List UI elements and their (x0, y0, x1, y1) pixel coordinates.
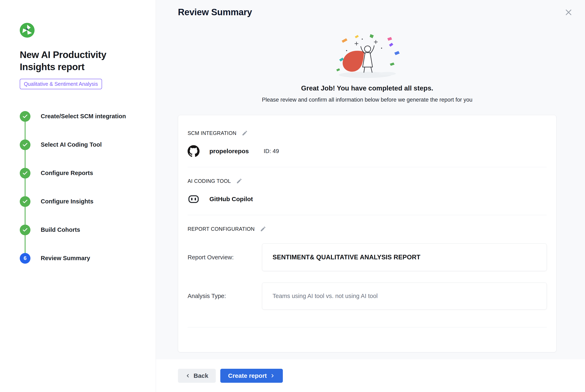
report-config-heading: REPORT CONFIGURATION (188, 226, 255, 232)
report-overview-row: Report Overview: SENTIMENT& QUALITATIVE … (188, 244, 547, 271)
congrats-heading: Great Job! You have completed all steps. (178, 84, 556, 92)
check-icon (22, 114, 28, 119)
report-title: New AI Productivity Insights report (20, 49, 131, 73)
create-report-label: Create report (228, 372, 267, 379)
step-connector (25, 178, 26, 196)
close-icon[interactable] (564, 8, 573, 16)
step-number-circle: 6 (20, 253, 30, 264)
check-icon (22, 142, 28, 148)
step-review-summary[interactable]: 6 Review Summary (20, 253, 143, 264)
step-label: Configure Insights (41, 196, 94, 207)
section-divider (188, 167, 547, 167)
scm-heading: SCM INTEGRATION (188, 130, 236, 136)
congrats-subheading: Please review and confirm all informatio… (178, 97, 556, 103)
analysis-type-row: Analysis Type: Teams using AI tool vs. n… (188, 282, 547, 310)
analysis-type-label: Analysis Type: (188, 293, 262, 300)
step-label: Review Summary (41, 253, 90, 264)
celebration-illustration (322, 33, 412, 80)
report-overview-box: SENTIMENT& QUALITATIVE ANALYSIS REPORT (262, 244, 547, 271)
summary-card: SCM INTEGRATION propelorepos ID: 49 (178, 115, 556, 352)
step-label: Create/Select SCM integration (41, 111, 126, 122)
analysis-type-value: Teams using AI tool vs. not using AI too… (272, 293, 378, 299)
propelo-logo-icon (20, 23, 34, 38)
chevron-left-icon (185, 373, 191, 378)
github-icon (188, 145, 200, 157)
report-overview-label: Report Overview: (188, 254, 262, 261)
step-connector (25, 235, 26, 253)
step-check-circle (20, 168, 30, 178)
scm-name: propelorepos (210, 148, 249, 155)
step-label: Configure Reports (41, 168, 93, 178)
section-divider (188, 327, 547, 328)
page-title: Review Summary (178, 7, 252, 17)
step-connector (25, 207, 26, 224)
check-icon (22, 199, 28, 204)
copilot-icon (188, 193, 200, 205)
section-divider (188, 215, 547, 215)
create-report-button[interactable]: Create report (220, 369, 283, 383)
scm-id: ID: 49 (264, 148, 279, 154)
edit-ai-tool-icon[interactable] (236, 178, 242, 184)
step-ai-coding-tool[interactable]: Select AI Coding Tool (20, 140, 143, 168)
wizard-footer: Back Create report (156, 359, 585, 392)
step-label: Select AI Coding Tool (41, 140, 102, 150)
step-scm-integration[interactable]: Create/Select SCM integration (20, 111, 143, 140)
step-number: 6 (24, 255, 26, 262)
check-icon (22, 227, 28, 233)
report-config-section: REPORT CONFIGURATION Report Overview: SE… (188, 226, 547, 328)
ai-tool-section: AI CODING TOOL GitHub Copilot (188, 178, 547, 215)
congrats-block: Great Job! You have completed all steps.… (178, 33, 556, 103)
check-icon (22, 170, 28, 176)
step-check-circle (20, 224, 30, 235)
review-summary-panel: Review Summary (156, 0, 585, 392)
wizard-steps: Create/Select SCM integration Select AI … (20, 111, 143, 264)
step-label: Build Cohorts (41, 224, 80, 235)
app-window: New AI Productivity Insights report Qual… (0, 0, 585, 392)
step-build-cohorts[interactable]: Build Cohorts (20, 224, 143, 253)
step-connector (25, 150, 26, 168)
ai-tool-heading: AI CODING TOOL (188, 178, 231, 184)
wizard-sidebar: New AI Productivity Insights report Qual… (0, 0, 156, 392)
step-connector (25, 122, 26, 140)
report-type-badge: Qualitative & Sentiment Analysis (20, 79, 102, 89)
step-check-circle (20, 111, 30, 122)
panel-header: Review Summary (156, 0, 585, 22)
step-configure-reports[interactable]: Configure Reports (20, 168, 143, 196)
back-button-label: Back (194, 372, 208, 379)
ai-tool-name: GitHub Copilot (210, 196, 253, 202)
panel-content: Great Job! You have completed all steps.… (156, 22, 585, 359)
scm-section: SCM INTEGRATION propelorepos ID: 49 (188, 130, 547, 167)
step-check-circle (20, 196, 30, 207)
report-overview-value: SENTIMENT& QUALITATIVE ANALYSIS REPORT (272, 254, 420, 261)
analysis-type-box: Teams using AI tool vs. not using AI too… (262, 282, 547, 310)
back-button[interactable]: Back (178, 369, 216, 383)
chevron-right-icon (270, 373, 275, 378)
step-configure-insights[interactable]: Configure Insights (20, 196, 143, 224)
edit-report-config-icon[interactable] (260, 226, 266, 232)
step-check-circle (20, 140, 30, 150)
edit-scm-icon[interactable] (242, 130, 248, 136)
